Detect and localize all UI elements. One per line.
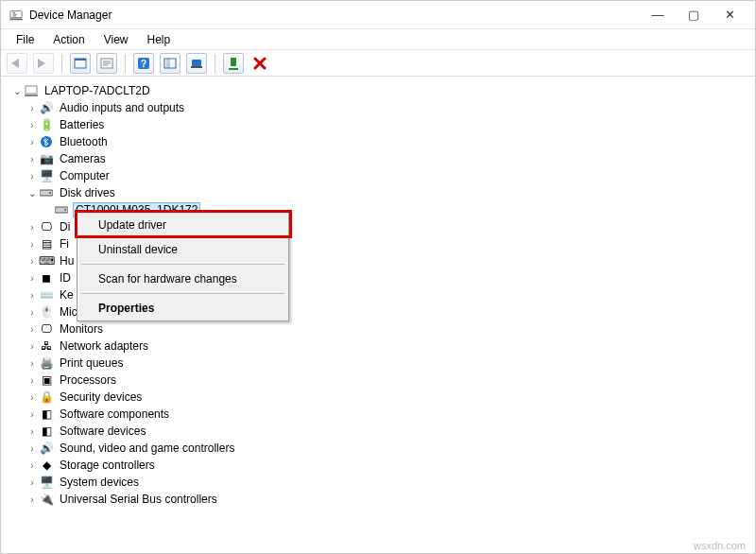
tree-item-computer[interactable]: ›🖥️Computer xyxy=(10,167,753,184)
enable-device-button[interactable] xyxy=(223,53,244,74)
menu-action[interactable]: Action xyxy=(43,31,94,48)
chevron-right-icon[interactable]: › xyxy=(26,341,39,352)
svg-rect-10 xyxy=(191,66,202,68)
chevron-down-icon[interactable]: ⌄ xyxy=(10,86,24,96)
watermark: wsxdn.com xyxy=(694,540,746,551)
disk-icon xyxy=(39,185,54,200)
hid-icon: ⌨ xyxy=(39,253,54,268)
tree-item-swdevices[interactable]: ›◧Software devices xyxy=(10,423,753,440)
tree-item-batteries[interactable]: ›🔋Batteries xyxy=(10,116,753,133)
tree-item-label: Bluetooth xyxy=(58,135,110,148)
chevron-down-icon[interactable]: ⌄ xyxy=(26,188,39,199)
chevron-right-icon[interactable]: › xyxy=(26,375,39,386)
context-update-driver[interactable]: Update driver xyxy=(77,213,288,237)
context-uninstall-device[interactable]: Uninstall device xyxy=(77,237,288,262)
chevron-right-icon[interactable]: › xyxy=(26,426,39,437)
tree-item-label: Security devices xyxy=(58,390,144,404)
tree-item-label: Universal Serial Bus controllers xyxy=(58,493,219,506)
maximize-button[interactable]: ▢ xyxy=(676,2,712,28)
tree-item-audio[interactable]: ›🔊Audio inputs and outputs xyxy=(10,99,753,116)
menu-view[interactable]: View xyxy=(94,31,138,48)
tree-item-system[interactable]: ›🖥️System devices xyxy=(10,474,753,491)
tree-item-sound[interactable]: ›🔊Sound, video and game controllers xyxy=(10,440,753,457)
chevron-right-icon[interactable]: › xyxy=(26,460,39,471)
chevron-right-icon[interactable]: › xyxy=(26,494,39,505)
chevron-right-icon[interactable]: › xyxy=(26,239,39,250)
uninstall-device-button[interactable] xyxy=(249,53,270,74)
menubar: File Action View Help xyxy=(1,29,755,50)
tree-item-security[interactable]: ›🔒Security devices xyxy=(10,389,753,406)
sep-icon xyxy=(125,54,126,73)
chevron-right-icon[interactable]: › xyxy=(26,307,39,318)
chevron-right-icon[interactable]: › xyxy=(26,273,39,284)
svg-rect-1 xyxy=(9,18,23,20)
chevron-right-icon[interactable]: › xyxy=(26,409,39,420)
chevron-right-icon[interactable]: › xyxy=(26,256,39,267)
cpu-icon: ▣ xyxy=(39,372,54,388)
menu-file[interactable]: File xyxy=(7,31,43,48)
tree-item-storage[interactable]: ›◆Storage controllers xyxy=(10,457,753,474)
chevron-right-icon[interactable]: › xyxy=(26,443,39,454)
back-button[interactable] xyxy=(7,53,27,74)
chevron-right-icon[interactable]: › xyxy=(26,290,39,301)
chevron-right-icon[interactable]: › xyxy=(26,392,39,403)
app-icon xyxy=(9,8,24,23)
chevron-right-icon[interactable]: › xyxy=(26,103,39,113)
tree-item-cameras[interactable]: ›📷Cameras xyxy=(10,150,753,167)
tree-item-label: Network adapters xyxy=(58,339,150,353)
chevron-right-icon[interactable]: › xyxy=(26,358,39,369)
minimize-button[interactable]: — xyxy=(640,2,676,28)
chevron-right-icon[interactable]: › xyxy=(26,154,39,164)
tree-item-monitors[interactable]: ›🖵Monitors xyxy=(10,320,753,338)
menu-help[interactable]: Help xyxy=(138,31,180,48)
tree-item-label: Audio inputs and outputs xyxy=(58,101,186,114)
sep-icon xyxy=(81,293,284,294)
chevron-right-icon[interactable]: › xyxy=(26,137,39,147)
chevron-right-icon[interactable]: › xyxy=(26,222,39,233)
svg-rect-8 xyxy=(166,59,170,68)
device-tree: ⌄ LAPTOP-7ADCLT2D ›🔊Audio inputs and out… xyxy=(1,77,755,536)
scan-hardware-button[interactable] xyxy=(160,53,180,74)
tree-item-processors[interactable]: ›▣Processors xyxy=(10,372,753,389)
keyboard-icon: ⌨️ xyxy=(39,287,54,303)
tree-item-bluetooth[interactable]: ›Bluetooth xyxy=(10,133,753,150)
tree-item-label: System devices xyxy=(58,476,141,489)
context-properties[interactable]: Properties xyxy=(77,296,288,320)
mouse-icon: 🖱️ xyxy=(39,304,54,320)
context-scan-hardware[interactable]: Scan for hardware changes xyxy=(77,267,288,291)
svg-rect-12 xyxy=(26,86,37,94)
tree-root[interactable]: ⌄ LAPTOP-7ADCLT2D xyxy=(10,82,753,99)
tree-item-swcomponents[interactable]: ›◧Software components xyxy=(10,406,753,423)
tree-item-label: Processors xyxy=(58,373,118,387)
chevron-right-icon[interactable]: › xyxy=(26,171,39,182)
help-button[interactable]: ? xyxy=(133,53,154,74)
tree-item-label: Ke xyxy=(58,288,76,302)
tree-item-label: ID xyxy=(58,271,73,285)
tree-item-printqueues[interactable]: ›🖨️Print queues xyxy=(10,355,753,372)
tree-item-usb[interactable]: ›🔌Universal Serial Bus controllers xyxy=(10,491,753,508)
show-hide-console-button[interactable] xyxy=(70,53,91,74)
system-icon: 🖥️ xyxy=(39,475,54,490)
tree-item-label: Print queues xyxy=(58,356,125,370)
update-driver-button[interactable] xyxy=(186,53,207,74)
chevron-right-icon[interactable]: › xyxy=(26,120,39,130)
tree-item-label: Batteries xyxy=(58,118,106,131)
camera-icon: 📷 xyxy=(39,151,54,166)
svg-point-18 xyxy=(64,209,66,211)
sep-icon xyxy=(81,264,284,265)
svg-rect-11 xyxy=(231,58,236,66)
svg-point-16 xyxy=(49,192,51,194)
properties-button[interactable] xyxy=(96,53,117,74)
close-button[interactable]: ✕ xyxy=(712,2,747,28)
forward-button[interactable] xyxy=(33,53,54,74)
chevron-right-icon[interactable]: › xyxy=(26,477,39,488)
tree-item-label: Fi xyxy=(58,237,71,251)
chevron-right-icon[interactable]: › xyxy=(26,324,39,335)
tree-item-diskdrives[interactable]: ⌄Disk drives xyxy=(10,184,753,201)
tree-item-label: Sound, video and game controllers xyxy=(58,441,236,455)
svg-text:?: ? xyxy=(141,59,146,69)
tree-item-label: Software components xyxy=(58,407,171,421)
network-icon: 🖧 xyxy=(39,338,54,354)
tree-item-label: Storage controllers xyxy=(58,459,157,472)
tree-item-network[interactable]: ›🖧Network adapters xyxy=(10,338,753,355)
